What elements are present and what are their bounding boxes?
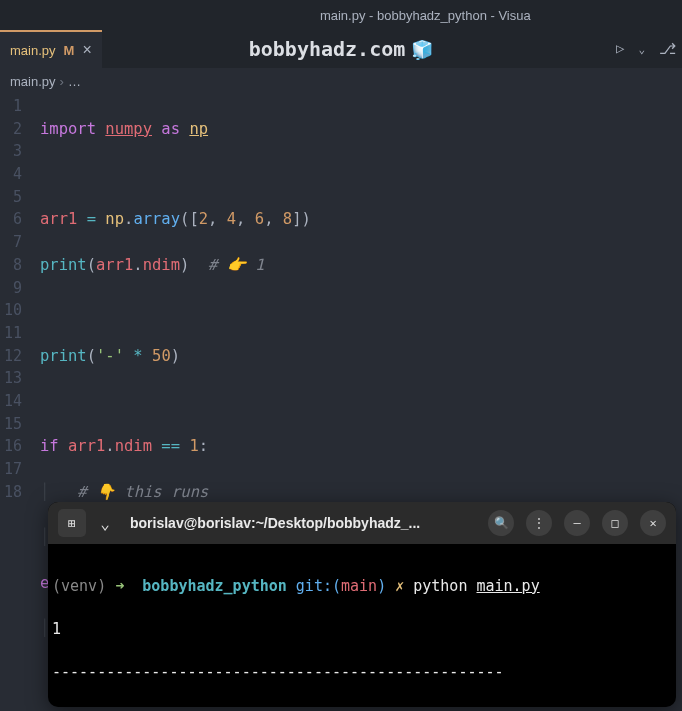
gutter: 1 2 3 4 5 6 7 8 9 10 11 12 13 14 15 16 1…	[0, 94, 40, 711]
terminal-line: 1	[52, 619, 672, 641]
watermark-text: bobbyhadz.com	[249, 37, 406, 61]
chevron-right-icon: ›	[60, 74, 64, 89]
editor-actions	[616, 40, 676, 58]
terminal-window: ⊞ ⌄ borislav@borislav:~/Desktop/bobbyhad…	[48, 502, 676, 707]
tab-filename: main.py	[10, 43, 56, 58]
watermark: bobbyhadz.com 🧊	[249, 37, 434, 61]
maximize-icon[interactable]: □	[602, 510, 628, 536]
terminal-title: borislav@borislav:~/Desktop/bobbyhadz_..…	[124, 515, 480, 531]
tab-main-py[interactable]: main.py M ×	[0, 30, 102, 68]
terminal-header: ⊞ ⌄ borislav@borislav:~/Desktop/bobbyhad…	[48, 502, 676, 544]
code-line	[40, 390, 432, 413]
close-icon[interactable]: ×	[82, 41, 91, 59]
window-title: main.py - bobbyhadz_python - Visua	[320, 8, 531, 23]
code-line	[40, 299, 432, 322]
tab-bar: main.py M × bobbyhadz.com 🧊	[0, 30, 682, 68]
window-title-bar: main.py - bobbyhadz_python - Visua	[0, 0, 682, 30]
breadcrumb-more: …	[68, 74, 81, 89]
cube-icon: 🧊	[411, 39, 433, 60]
chevron-down-icon[interactable]: ⌄	[94, 509, 116, 537]
minimize-icon[interactable]: –	[564, 510, 590, 536]
close-icon[interactable]: ✕	[640, 510, 666, 536]
search-icon[interactable]: 🔍	[488, 510, 514, 536]
breadcrumb-file: main.py	[10, 74, 56, 89]
terminal-body[interactable]: (venv) ➜ bobbyhadz_python git:(main) ✗ p…	[48, 544, 676, 707]
code-line: if arr1.ndim == 1:	[40, 435, 432, 458]
code-line: │ # 👇️ this runs	[40, 481, 432, 504]
menu-icon[interactable]: ⋮	[526, 510, 552, 536]
terminal-line: The array is one-dimensional	[52, 705, 672, 708]
code-line: import numpy as np	[40, 118, 432, 141]
branch-compare-icon[interactable]	[659, 40, 676, 58]
code-line: arr1 = np.array([2, 4, 6, 8])	[40, 208, 432, 231]
code-line	[40, 163, 432, 186]
run-icon[interactable]	[616, 40, 624, 58]
terminal-line: ----------------------------------------…	[52, 662, 672, 684]
chevron-down-icon[interactable]	[638, 40, 645, 58]
new-tab-icon[interactable]: ⊞	[58, 509, 86, 537]
tab-modified-indicator: M	[64, 43, 75, 58]
code-line: print(arr1.ndim) # 👉️ 1	[40, 254, 432, 277]
breadcrumb[interactable]: main.py › …	[0, 68, 682, 94]
code-line: print('-' * 50)	[40, 345, 432, 368]
terminal-line: (venv) ➜ bobbyhadz_python git:(main) ✗ p…	[52, 576, 672, 598]
